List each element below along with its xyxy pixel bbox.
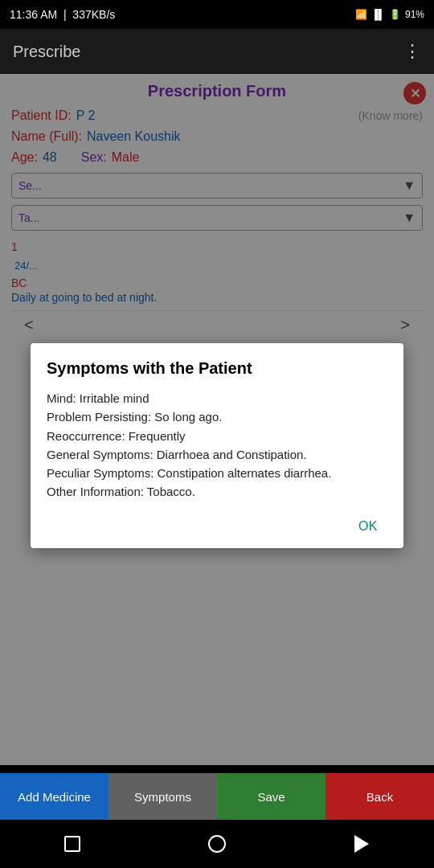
triangle-icon [354, 835, 369, 853]
back-nav-button[interactable] [347, 829, 376, 858]
bottom-button-bar: Add Medicine Symptoms Save Back [0, 773, 434, 820]
more-options-icon[interactable]: ⋮ [403, 41, 421, 62]
app-title: Prescribe [13, 43, 80, 61]
time-text: 11:36 AM [10, 8, 57, 21]
status-time: 11:36 AM | 337KB/s [10, 8, 115, 21]
recent-apps-button[interactable] [58, 829, 87, 858]
app-bar: Prescribe ⋮ [0, 29, 434, 74]
circle-icon [208, 835, 226, 853]
data-speed: 337KB/s [72, 8, 115, 21]
home-button[interactable] [203, 829, 231, 858]
dialog-ok-button[interactable]: OK [349, 514, 387, 538]
battery-text: 91% [405, 9, 424, 20]
battery-icon: 🔋 [389, 9, 401, 20]
save-button[interactable]: Save [217, 773, 326, 820]
signal-icon: ▐▌ [371, 9, 385, 20]
symptoms-button[interactable]: Symptoms [108, 773, 217, 820]
dialog-body: Mind: Irritable mind Problem Persisting:… [47, 389, 387, 502]
add-medicine-button[interactable]: Add Medicine [0, 773, 108, 820]
status-bar: 11:36 AM | 337KB/s 📶 ▐▌ 🔋 91% [0, 0, 434, 29]
status-icons: 📶 ▐▌ 🔋 91% [355, 9, 424, 20]
dialog-title: Symptoms with the Patient [47, 359, 387, 378]
symptoms-dialog: Symptoms with the Patient Mind: Irritabl… [31, 343, 403, 548]
square-icon [64, 836, 80, 852]
system-nav-bar [0, 820, 434, 868]
prescription-form: ✕ Prescription Form Patient ID: P 2 (Kno… [0, 74, 434, 765]
back-button[interactable]: Back [326, 773, 434, 820]
wifi-icon: 📶 [355, 9, 367, 20]
dialog-footer: OK [47, 514, 387, 538]
